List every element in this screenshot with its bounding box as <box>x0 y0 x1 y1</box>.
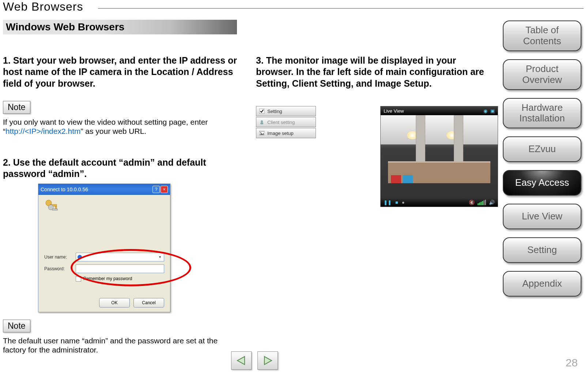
panel-client-label: Client setting <box>267 120 295 125</box>
nav-po-line2: Overview <box>506 75 578 86</box>
username-row: User name: ▾ <box>44 253 164 261</box>
svg-rect-4 <box>52 209 57 210</box>
prev-page-button[interactable] <box>231 351 252 370</box>
nav-ezvuu-label: EZvuu <box>528 143 556 154</box>
svg-marker-10 <box>237 357 245 365</box>
page-title: Web Browsers <box>3 0 83 14</box>
panel-setting-label: Setting <box>267 109 282 114</box>
password-label: Password: <box>44 266 76 271</box>
title-rule <box>98 8 584 9</box>
config-panel-stack: Setting Client setting Image setup <box>256 106 316 139</box>
nav-setting-label: Setting <box>527 244 557 255</box>
note-1-suffix: ” as your web URL. <box>80 127 146 135</box>
live-view-header: Live View ◉ ▣ <box>381 106 498 115</box>
chevron-down-icon[interactable]: ▾ <box>157 255 162 259</box>
pager <box>231 351 278 370</box>
live-view-scene <box>381 115 498 198</box>
sidebar-nav: Table of Contents Product Overview Hardw… <box>503 20 581 297</box>
snapshot-icon[interactable]: ▣ <box>490 108 495 114</box>
password-field[interactable] <box>76 264 164 273</box>
live-view-box: Live View ◉ ▣ ❚❚ ■ ● 🔇 🔊 <box>380 106 498 207</box>
nav-easy-access-label: Easy Access <box>515 177 569 188</box>
page-number: 28 <box>566 357 578 369</box>
stop-icon[interactable]: ■ <box>395 200 398 205</box>
remember-row: Remember my password <box>76 276 164 282</box>
triangle-right-icon <box>262 355 273 366</box>
live-view-footer: ❚❚ ■ ● 🔇 🔊 <box>381 198 498 207</box>
help-icon[interactable]: ? <box>152 186 160 193</box>
section-heading-bar: Windows Web Browsers <box>3 20 237 34</box>
nav-live-view[interactable]: Live View <box>503 204 581 229</box>
titlebar-buttons: ? × <box>152 186 168 193</box>
nav-po-line1: Product <box>506 64 578 75</box>
right-column: 3. The monitor image will be displayed i… <box>256 55 490 89</box>
svg-point-6 <box>261 120 263 122</box>
nav-product-overview[interactable]: Product Overview <box>503 59 581 90</box>
panel-client-setting[interactable]: Client setting <box>256 117 316 127</box>
image-icon <box>259 131 264 136</box>
panel-setting[interactable]: Setting <box>256 106 316 116</box>
nav-setting[interactable]: Setting <box>503 237 581 263</box>
nav-toc-line2: Contents <box>506 36 578 47</box>
panel-image-label: Image setup <box>267 131 294 136</box>
svg-rect-2 <box>55 206 57 208</box>
password-row: Password: <box>44 264 164 273</box>
pause-icon[interactable]: ❚❚ <box>384 200 392 205</box>
triangle-left-icon <box>236 355 247 366</box>
username-label: User name: <box>44 255 76 260</box>
left-column: 1. Start your web browser, and enter the… <box>3 55 237 354</box>
person-icon <box>78 255 82 259</box>
note-1-text: If you only want to view the video witho… <box>3 117 237 136</box>
login-titlebar: Connect to 10.0.0.56 ? × <box>38 184 170 195</box>
note-2-text: The default user name “admin” and the pa… <box>3 336 230 354</box>
nav-hw-line1: Hardware <box>506 102 578 113</box>
nav-hardware-installation[interactable]: Hardware Installation <box>503 98 581 129</box>
nav-table-of-contents[interactable]: Table of Contents <box>503 20 581 51</box>
step-1: 1. Start your web browser, and enter the… <box>3 55 237 89</box>
svg-point-9 <box>260 132 261 133</box>
keys-icon <box>43 199 59 215</box>
close-icon[interactable]: × <box>161 186 168 193</box>
step-2: 2. Use the default account “admin” and d… <box>3 157 237 180</box>
step-3: 3. The monitor image will be displayed i… <box>256 55 490 89</box>
next-page-button[interactable] <box>257 351 278 370</box>
svg-marker-11 <box>264 357 272 365</box>
svg-rect-7 <box>260 122 263 124</box>
nav-hw-line2: Installation <box>506 113 578 124</box>
username-field[interactable]: ▾ <box>76 253 164 261</box>
camera-icon[interactable]: ◉ <box>483 108 487 114</box>
nav-appendix[interactable]: Appendix <box>503 271 581 297</box>
check-icon <box>259 109 264 114</box>
nav-appendix-label: Appendix <box>522 278 562 289</box>
login-dialog: Connect to 10.0.0.56 ? × User name: ▾ <box>38 184 170 312</box>
mute-icon[interactable]: 🔇 <box>469 200 475 205</box>
remember-label: Remember my password <box>83 276 132 281</box>
person-icon <box>259 120 264 125</box>
ok-button[interactable]: OK <box>99 298 130 308</box>
section-heading: Windows Web Browsers <box>6 21 124 33</box>
note-1-label: Note <box>3 101 30 114</box>
cancel-button[interactable]: Cancel <box>133 298 164 308</box>
nav-ezvuu[interactable]: EZvuu <box>503 136 581 162</box>
remember-checkbox[interactable] <box>76 276 81 282</box>
login-title: Connect to 10.0.0.56 <box>41 186 88 192</box>
panel-image-setup[interactable]: Image setup <box>256 128 316 138</box>
record-icon[interactable]: ● <box>402 200 405 205</box>
nav-toc-line1: Table of <box>506 25 578 36</box>
live-view-title: Live View <box>384 108 404 114</box>
volume-bars[interactable] <box>478 200 486 205</box>
nav-easy-access[interactable]: Easy Access <box>503 170 581 196</box>
nav-live-view-label: Live View <box>522 211 562 222</box>
note-1-link: http://<IP>/index2.htm <box>5 127 80 135</box>
note-2-label: Note <box>3 320 30 332</box>
speaker-icon[interactable]: 🔊 <box>489 200 495 205</box>
